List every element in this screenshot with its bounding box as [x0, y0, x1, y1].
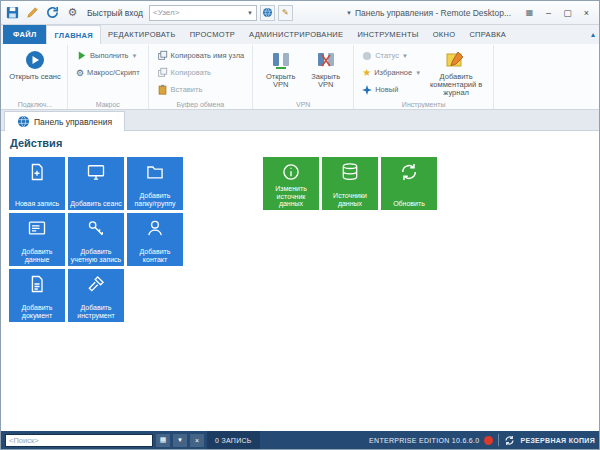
group-label-clipboard: Буфер обмена [149, 101, 253, 108]
copy-host-name-button[interactable]: Копировать имя узла [154, 47, 248, 64]
tile-datasources[interactable]: Источники данных [322, 157, 378, 210]
add-journal-comment-label: Добавить комментарий в журнал [425, 73, 487, 97]
alert-indicator-icon[interactable] [484, 436, 493, 445]
save-icon [5, 5, 20, 20]
backup-refresh-icon[interactable] [504, 435, 515, 446]
dashboard-panel: Действия Новая запись Добавить сеанс Доб… [1, 131, 599, 431]
tab-edit[interactable]: РЕДАКТИРОВАТЬ [101, 25, 183, 44]
tab-tools[interactable]: ИНСТРУМЕНТЫ [350, 25, 425, 44]
tab-administration[interactable]: АДМИНИСТРИРОВАНИЕ [242, 25, 350, 44]
tile-add-tool[interactable]: Добавить инструмент [68, 269, 124, 322]
close-vpn-label: Закрыть VPN [304, 73, 347, 89]
favorites-button[interactable]: ★ Избранное ▼ [359, 64, 424, 81]
app-window: ⚙ Быстрый вход <Узел> ▼ ✎ ▼ Панель управ… [0, 0, 600, 450]
tile-add-document[interactable]: Добавить документ [9, 269, 65, 322]
ribbon-group-connection: Открыть сеанс Подключ... [3, 45, 68, 109]
maximize-button[interactable]: ▢ [558, 4, 577, 21]
copy-label: Копировать [171, 68, 211, 77]
status-bar: ▦ ▾ × 0 ЗАПИСЬ ENTERPRISE EDITION 10.6.6… [1, 431, 599, 449]
quick-connect-label: Быстрый вход [87, 8, 143, 18]
tab-help[interactable]: СПРАВКА [462, 25, 513, 44]
tile-label: Изменить источник данных [263, 185, 319, 210]
open-session-button[interactable]: Открыть сеанс [8, 47, 62, 83]
group-label-connection: Подключ... [3, 101, 67, 108]
copy-name-icon [157, 50, 168, 61]
chevron-down-icon[interactable]: ▼ [346, 10, 352, 16]
tile-change-datasource[interactable]: Изменить источник данных [263, 157, 319, 210]
tile-add-session[interactable]: Добавить сеанс [68, 157, 124, 210]
collapse-ribbon-icon[interactable]: ▴ [591, 30, 595, 39]
close-vpn-button[interactable]: Закрыть VPN [303, 47, 348, 91]
new-label: Новый [375, 85, 398, 94]
journal-comment-icon [445, 49, 467, 71]
close-button[interactable]: × [577, 4, 596, 21]
tab-window[interactable]: ОКНО [426, 25, 463, 44]
host-combo[interactable]: <Узел> ▼ [149, 5, 257, 21]
edit-button[interactable] [24, 4, 41, 21]
tile-add-information[interactable]: Добавить данные [9, 213, 65, 266]
filter-grid-icon[interactable]: ▦ [156, 434, 170, 447]
ribbon-group-macro: Выполнить ▼ ⚙ Макрос/Скрипт Макрос [68, 45, 149, 109]
tile-label: Обновить [391, 200, 427, 211]
tile-add-credential[interactable]: Добавить учетную запись [68, 213, 124, 266]
tile-label: Добавить инструмент [68, 304, 124, 322]
macro-script-button[interactable]: ⚙ Макрос/Скрипт [73, 64, 143, 81]
window-controls: ▦ – ▢ × [520, 4, 596, 21]
add-journal-comment-button[interactable]: Добавить комментарий в журнал [424, 47, 488, 99]
refresh-button[interactable] [44, 4, 61, 21]
open-vpn-button[interactable]: Открыть VPN [258, 47, 303, 91]
ribbon-tab-bar: ФАЙЛ ГЛАВНАЯ РЕДАКТИРОВАТЬ ПРОСМОТР АДМИ… [1, 25, 599, 44]
group-label-macro: Макрос [68, 101, 148, 108]
copy-button[interactable]: Копировать [154, 64, 248, 81]
tile-label: Добавить папку/группу [127, 192, 183, 210]
open-vpn-label: Открыть VPN [259, 73, 302, 89]
tile-refresh[interactable]: Обновить [381, 157, 437, 210]
favorite-star-icon: ★ [362, 68, 371, 78]
globe-icon [262, 7, 273, 18]
new-sparkle-icon [362, 85, 372, 95]
folder-icon [145, 162, 165, 182]
data-card-icon [27, 218, 47, 238]
open-session-label: Открыть сеанс [9, 73, 61, 81]
tab-file[interactable]: ФАЙЛ [3, 25, 46, 44]
execute-button[interactable]: Выполнить ▼ [73, 47, 143, 64]
status-button[interactable]: Статус ▼ [359, 47, 424, 64]
tab-view[interactable]: ПРОСМОТР [183, 25, 242, 44]
macro-script-label: Макрос/Скрипт [87, 68, 140, 77]
edit-host-button[interactable]: ✎ [278, 5, 293, 21]
tile-new-entry[interactable]: Новая запись [9, 157, 65, 210]
theme-button[interactable]: ▦ [520, 4, 539, 21]
statusbar-right: ENTERPRISE EDITION 10.6.6.0 РЕЗЕРВНАЯ КО… [369, 434, 595, 446]
info-icon [281, 162, 301, 182]
paste-button[interactable]: Вставить [154, 81, 248, 98]
document-icon [27, 274, 47, 294]
search-options-chevron-icon[interactable]: ▾ [173, 434, 187, 447]
backup-label[interactable]: РЕЗЕРВНАЯ КОПИЯ [520, 437, 595, 444]
search-input[interactable] [5, 434, 153, 447]
datasource-tile-row: Изменить источник данных Источники данны… [263, 157, 437, 210]
monitor-icon [86, 162, 106, 182]
tile-add-contact[interactable]: Добавить контакт [127, 213, 183, 266]
copy-icon [157, 67, 168, 78]
tile-add-folder[interactable]: Добавить папку/группу [127, 157, 183, 210]
key-icon [86, 218, 106, 238]
refresh-icon [399, 162, 419, 182]
dashboard-globe-icon [17, 115, 30, 128]
tile-label: Добавить сеанс [68, 200, 124, 211]
window-title: Панель управления - Remote Desktop... [355, 8, 511, 18]
tile-label: Источники данных [322, 192, 378, 210]
chevron-down-icon: ▼ [132, 53, 138, 59]
settings-button[interactable]: ⚙ [64, 4, 81, 21]
tab-dashboard[interactable]: Панель управления [4, 111, 125, 131]
divider [498, 434, 499, 446]
clear-search-icon[interactable]: × [190, 434, 204, 447]
save-button[interactable] [4, 4, 21, 21]
vpn-close-icon [315, 49, 337, 71]
quick-connect-globe-button[interactable] [260, 5, 275, 21]
tab-home[interactable]: ГЛАВНАЯ [46, 25, 100, 44]
edit-pencil-icon [25, 5, 40, 20]
new-button[interactable]: Новый [359, 81, 424, 98]
minimize-button[interactable]: – [539, 4, 558, 21]
ribbon: Открыть сеанс Подключ... Выполнить ▼ ⚙ М… [1, 44, 599, 110]
chevron-down-icon: ▼ [415, 70, 421, 76]
